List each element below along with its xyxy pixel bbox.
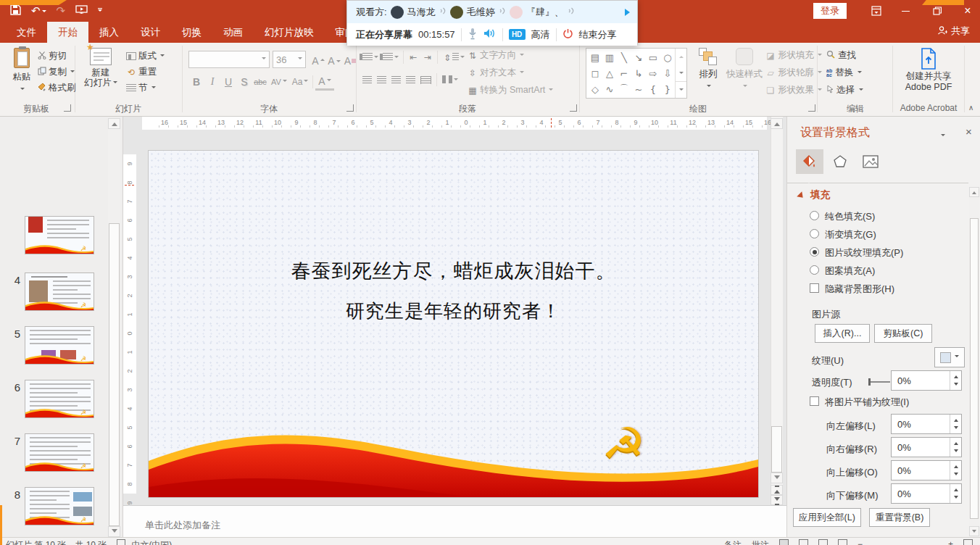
align-center-icon[interactable] <box>377 76 386 84</box>
shape-gallery-item[interactable]: ~ <box>631 81 646 97</box>
status-language[interactable]: 中文(中国) <box>131 539 172 545</box>
notes-pane[interactable]: 单击此处添加备注 <box>123 505 786 537</box>
pane-close-icon[interactable]: × <box>966 125 972 138</box>
fit-slide-to-window-icon[interactable] <box>963 539 973 545</box>
shape-fill-button[interactable]: ◪形状填充 <box>765 49 822 62</box>
offset-spinner[interactable]: 0% <box>891 437 962 457</box>
bold-button[interactable]: B <box>188 73 204 91</box>
slide-thumbnail-6[interactable]: ☭ <box>25 380 94 418</box>
fill-option-radio[interactable] <box>810 265 819 275</box>
shape-gallery-item[interactable]: ▭ <box>646 49 660 65</box>
shapes-more-button[interactable] <box>676 81 686 98</box>
apply-to-all-button[interactable]: 应用到全部(L) <box>793 508 861 527</box>
fill-section-header[interactable]: 填充 <box>799 188 830 201</box>
italic-button[interactable]: I <box>204 73 220 91</box>
find-button[interactable]: 查找 <box>826 49 856 62</box>
shape-gallery-item[interactable]: ◻ <box>588 65 602 81</box>
change-case-button[interactable]: Aa <box>290 73 310 91</box>
paste-button[interactable]: 粘贴 <box>7 48 36 94</box>
shape-gallery-item[interactable]: ⇩ <box>660 65 675 81</box>
end-share-label[interactable]: 结束分享 <box>579 28 617 41</box>
reading-view-icon[interactable] <box>818 539 828 545</box>
picture-tab-icon[interactable] <box>857 149 884 174</box>
thumbnails-scrollbar-thumb[interactable] <box>109 223 120 526</box>
shapes-scroll-up-button[interactable] <box>676 49 686 65</box>
shape-outline-button[interactable]: ▱形状轮廓 <box>765 67 822 79</box>
pane-scroll-down-button[interactable] <box>969 526 979 536</box>
reset-button[interactable]: ⟲重置 <box>126 66 157 78</box>
signin-button[interactable]: 登录 <box>813 3 847 19</box>
shape-gallery-item[interactable]: ▤ <box>588 49 602 65</box>
notes-placeholder[interactable]: 单击此处添加备注 <box>145 519 220 532</box>
ribbon-tab[interactable]: 文件 <box>6 22 47 43</box>
expand-viewers-icon[interactable] <box>625 9 634 16</box>
shape-gallery-item[interactable]: ⌐ <box>617 65 631 81</box>
decrease-indent-icon[interactable]: ⇤ <box>408 52 418 62</box>
reset-background-button[interactable]: 重置背景(B) <box>869 508 930 527</box>
paragraph-dialog-launcher[interactable] <box>570 104 577 112</box>
undo-button[interactable]: ↶ <box>31 3 46 19</box>
zoom-out-button[interactable]: − <box>858 539 863 545</box>
speaker-icon[interactable] <box>483 28 497 41</box>
pane-scrollbar-thumb[interactable] <box>970 218 979 519</box>
shape-gallery-item[interactable]: ↳ <box>631 65 646 81</box>
pane-scroll-up-button[interactable] <box>969 187 979 197</box>
thumbnails-scroll-up-button[interactable] <box>108 118 120 129</box>
fill-option-radio[interactable] <box>810 229 819 238</box>
arrange-button[interactable]: 排列 <box>692 48 724 91</box>
share-button[interactable]: 共享 <box>937 25 970 38</box>
shape-gallery-item[interactable]: } <box>660 81 675 97</box>
comments-toggle-button[interactable]: 批注 <box>752 539 769 545</box>
justify-icon[interactable] <box>406 76 415 84</box>
shape-gallery-item[interactable]: △ <box>602 65 617 81</box>
shrink-font-button[interactable]: A <box>326 52 342 70</box>
slide-text-line1[interactable]: 春蚕到死丝方尽，蜡炬成灰泪始干。 <box>149 258 758 284</box>
tile-picture-checkbox[interactable] <box>810 396 819 406</box>
font-name-combo[interactable] <box>188 51 270 68</box>
section-button[interactable]: 节 <box>126 82 156 94</box>
grow-font-button[interactable]: A <box>310 52 326 70</box>
clipboard-dialog-launcher[interactable] <box>64 104 71 112</box>
hide-background-checkbox[interactable] <box>810 283 819 293</box>
thumbnails-scroll-down-button[interactable] <box>108 526 120 537</box>
transparency-spinner[interactable]: 0% <box>891 370 962 391</box>
slide-thumbnail-3[interactable]: ☭ <box>25 216 94 254</box>
align-left-icon[interactable] <box>362 76 372 84</box>
minimize-button[interactable] <box>893 0 918 22</box>
font-dialog-launcher[interactable] <box>346 104 354 112</box>
redo-button[interactable]: ↷ <box>57 3 66 19</box>
replace-button[interactable]: abac替换 <box>826 67 862 79</box>
transparency-slider-handle[interactable] <box>868 378 871 386</box>
shape-gallery-item[interactable]: ⇨ <box>646 65 660 81</box>
layout-button[interactable]: 版式 <box>126 50 165 62</box>
font-size-combo[interactable]: 36 <box>273 51 306 68</box>
pane-menu-caret[interactable] <box>939 130 945 141</box>
format-painter-button[interactable]: 格式刷 <box>38 82 76 94</box>
texture-dropdown[interactable] <box>934 347 965 367</box>
columns-button[interactable] <box>442 75 458 86</box>
ribbon-display-options-icon[interactable] <box>864 0 889 22</box>
canvas-scrollbar-thumb[interactable] <box>771 426 782 473</box>
slide-thumbnail-8[interactable]: ☭ <box>25 487 94 525</box>
canvas-scroll-down-button[interactable] <box>771 473 783 483</box>
collapse-ribbon-button[interactable]: ∧ <box>968 104 973 112</box>
copy-button[interactable]: 复制 <box>38 66 75 78</box>
previous-slide-button[interactable] <box>771 485 783 495</box>
clipboard-picture-button[interactable]: 剪贴板(C) <box>874 324 932 343</box>
drawing-dialog-launcher[interactable] <box>808 104 815 112</box>
align-right-icon[interactable] <box>391 76 401 84</box>
shape-gallery[interactable]: ▤▥╲↘▭○◻△⌐↳⇨⇩◇∿⌒~{} <box>586 48 687 99</box>
offset-spinner[interactable]: 0% <box>891 483 962 504</box>
shape-gallery-item[interactable]: ◇ <box>588 81 602 97</box>
shape-gallery-item[interactable]: ⌒ <box>617 81 631 97</box>
shape-gallery-item[interactable]: ▥ <box>602 49 617 65</box>
normal-view-icon[interactable] <box>779 539 789 545</box>
microphone-icon[interactable] <box>468 28 478 42</box>
insert-picture-button[interactable]: 插入(R)... <box>815 324 870 343</box>
notes-toggle-button[interactable]: 备注 <box>724 539 742 545</box>
effects-tab-icon[interactable] <box>826 149 854 174</box>
quick-styles-button[interactable]: 快速样式 <box>726 48 763 91</box>
strikethrough-button[interactable]: abc <box>252 73 268 91</box>
spellcheck-icon[interactable] <box>117 539 125 545</box>
convert-smartart-button[interactable]: ▦转换为 SmartArt <box>468 84 553 96</box>
